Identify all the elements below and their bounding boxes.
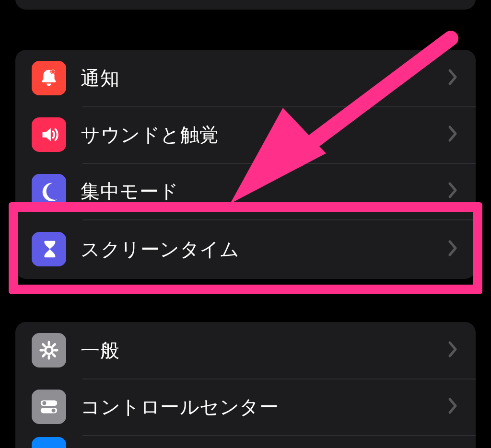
gear-icon xyxy=(32,333,66,368)
chevron-right-icon xyxy=(448,182,458,201)
row-label: 集中モード xyxy=(81,178,448,205)
speaker-icon xyxy=(32,117,66,152)
row-label: サウンドと触覚 xyxy=(81,122,448,148)
svg-line-8 xyxy=(43,345,45,346)
row-focus[interactable]: 集中モード xyxy=(15,163,476,219)
chevron-right-icon xyxy=(448,397,458,416)
chevron-right-icon xyxy=(448,341,458,360)
svg-line-10 xyxy=(43,355,45,356)
row-general[interactable]: 一般 xyxy=(15,322,476,379)
row-notifications[interactable]: 通知 xyxy=(15,50,476,106)
svg-line-9 xyxy=(53,345,55,346)
toggles-icon xyxy=(32,390,66,424)
row-label: コントロールセンター xyxy=(81,394,448,420)
row-label: スクリーンタイム xyxy=(81,236,448,263)
bell-icon xyxy=(32,61,66,95)
hourglass-icon xyxy=(32,232,66,266)
moon-icon xyxy=(32,174,66,208)
svg-point-3 xyxy=(45,346,52,354)
settings-group-top xyxy=(15,0,476,10)
chevron-right-icon xyxy=(448,69,458,88)
row-label: 通知 xyxy=(81,65,448,92)
row-screen-time[interactable]: スクリーンタイム xyxy=(15,219,476,279)
row-label: 一般 xyxy=(81,337,448,364)
svg-point-15 xyxy=(52,409,56,413)
chevron-right-icon xyxy=(448,125,458,144)
display-icon xyxy=(32,437,66,448)
settings-group-middle: 通知 サウンドと触覚 集中モード xyxy=(15,50,476,279)
row-control-center[interactable]: コントロールセンター xyxy=(15,379,476,435)
svg-point-13 xyxy=(42,401,46,405)
chevron-right-icon xyxy=(448,240,458,259)
row-partial xyxy=(15,435,476,448)
svg-point-2 xyxy=(51,70,55,73)
settings-group-bottom: 一般 コントロールセンター xyxy=(15,322,476,448)
svg-line-11 xyxy=(53,355,55,356)
row-sounds[interactable]: サウンドと触覚 xyxy=(15,106,476,163)
